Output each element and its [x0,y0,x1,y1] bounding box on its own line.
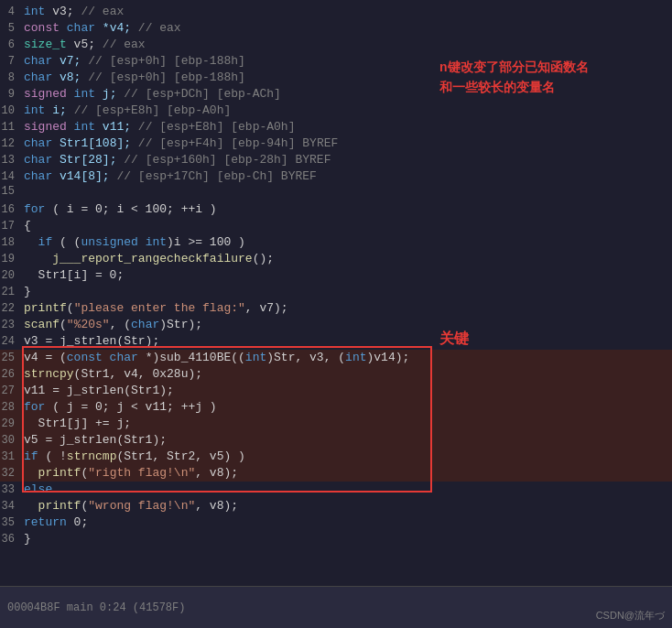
code-line: 15 [0,185,672,201]
code-line: 22printf("please enter the flag:", v7); [0,300,672,317]
code-line: 5const char *v4; // eax [0,20,672,37]
code-line: 19 j___report_rangecheckfailure(); [0,251,672,267]
token: scanf [24,318,60,331]
code-line: 27v11 = j_strlen(Str1); [0,383,672,399]
token: )Str); [159,318,202,331]
token: (Str1, Str2, v5) ) [116,449,244,463]
code-line: 20 Str1[i] = 0; [0,267,672,284]
line-number: 29 [0,417,20,430]
token: (); [253,252,274,265]
token: // eax [103,38,146,51]
annotation-rename: n键改变了部分已知函数名和一些较长的变量名 [439,57,589,98]
token: char [131,318,159,331]
token: , v8); [195,499,238,513]
line-content: char v14[8]; // [esp+17Ch] [ebp-Ch] BYRE… [20,168,672,185]
line-number: 14 [0,170,20,183]
token: for [24,400,45,414]
line-number: 35 [0,516,20,529]
token: )Str, v3, ( [266,351,345,364]
token: "rigth flag!\n" [88,466,195,480]
token: , v8); [195,466,238,480]
token: if [24,449,38,463]
token: Str1[i] = 0; [24,268,124,282]
token: // [esp+160h] [ebp-28h] BYREF [124,153,331,167]
line-number: 31 [0,450,20,463]
token: int [24,103,45,117]
line-number: 32 [0,467,20,480]
code-line: 21} [0,284,672,300]
token: )v14); [367,351,410,364]
token: v5; [67,38,103,51]
token: } [24,285,31,298]
line-number: 9 [0,88,20,101]
token: v3; [45,5,81,18]
line-content: size_t v5; // eax [20,37,672,53]
token: ( j = 0; j < v11; ++j ) [45,400,216,414]
line-content: v4 = (const char *)sub_4110BE((int)Str, … [20,350,672,366]
line-content: printf("please enter the flag:", v7); [20,300,672,317]
code-line: 24v3 = j_strlen(Str); [0,333,672,350]
token: "please enter the flag:" [74,301,245,315]
line-content: { [20,218,672,234]
token: strncpy [24,367,74,381]
token: v11 = j_strlen(Str1); [24,384,174,397]
token: ( [67,301,74,315]
code-line: 35return 0; [0,514,672,531]
code-view: 4int v3; // eax5const char *v4; // eax6s… [0,0,672,586]
token: char [24,136,52,150]
token: Str1[108]; [52,136,138,150]
line-content: else [20,482,672,498]
line-number: 20 [0,269,20,282]
line-number: 36 [0,533,20,546]
token: printf [38,499,81,513]
line-content: } [20,284,672,300]
code-line: 25v4 = (const char *)sub_4110BE((int)Str… [0,350,672,366]
token: v4 = ( [24,351,67,364]
line-number: 12 [0,137,20,150]
line-number: 8 [0,71,20,84]
token: // eax [81,5,124,18]
token: strncmp [67,449,117,463]
token: else [24,482,52,496]
token: v14[8]; [52,169,116,183]
token: , v7); [245,301,288,315]
code-line: 11signed int v11; // [esp+E8h] [ebp-A0h] [0,119,672,135]
token: )i >= 100 ) [167,235,245,249]
line-number: 10 [0,104,20,117]
line-content: int i; // [esp+E8h] [ebp-A0h] [20,103,672,119]
line-content: if ( !strncmp(Str1, Str2, v5) ) [20,449,672,465]
token: printf [24,301,67,315]
line-content: Str1[j] += j; [20,416,672,432]
token: v5 = j_strlen(Str1); [24,433,167,447]
token: v3 = j_strlen(Str); [24,334,159,348]
line-number: 33 [0,483,20,496]
token: "wrong flag!\n" [88,499,195,513]
code-line: 33else [0,482,672,498]
line-number: 13 [0,154,20,167]
line-content: printf("wrong flag!\n", v8); [20,498,672,514]
line-number: 11 [0,121,20,134]
line-number: 19 [0,253,20,265]
line-content: scanf("%20s", (char)Str); [20,317,672,333]
token: // eax [138,21,181,35]
code-line: 12char Str1[108]; // [esp+F4h] [ebp-94h]… [0,135,672,152]
line-number: 26 [0,368,20,381]
token: ( i = 0; i < 100; ++i ) [45,202,216,216]
line-number: 34 [0,500,20,513]
token: char [24,169,52,183]
token: "%20s" [67,318,110,331]
token: unsigned int [81,235,167,249]
code-line: 4int v3; // eax [0,4,672,20]
token: char [24,153,52,167]
line-content: v11 = j_strlen(Str1); [20,383,672,399]
token: v7; [52,54,88,68]
line-content: } [20,531,672,547]
code-line: 31if ( !strncmp(Str1, Str2, v5) ) [0,449,672,465]
line-content: Str1[i] = 0; [20,267,672,284]
token: j___report_rangecheckfailure [24,252,253,265]
code-line: 32 printf("rigth flag!\n", v8); [0,465,672,482]
code-line: 17{ [0,218,672,234]
line-content: signed int v11; // [esp+E8h] [ebp-A0h] [20,119,672,135]
token: ( ! [38,449,67,463]
token: 0; [67,515,88,529]
